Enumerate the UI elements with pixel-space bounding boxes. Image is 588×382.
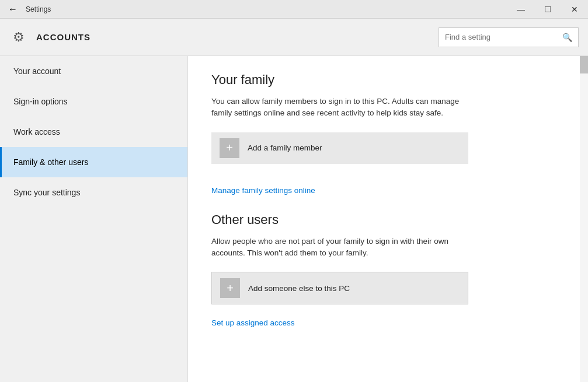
sidebar-item-sync-settings[interactable]: Sync your settings (0, 177, 187, 208)
sidebar: Your account Sign-in options Work access… (0, 56, 188, 382)
setup-access-link-container: Set up assigned access (211, 313, 565, 345)
search-box[interactable]: 🔍 (439, 27, 579, 47)
family-title: Your family (211, 72, 565, 87)
app-title: ACCOUNTS (36, 32, 91, 42)
minimize-button[interactable]: — (507, 0, 534, 19)
sidebar-item-your-account[interactable]: Your account (0, 56, 187, 86)
scrollbar[interactable] (580, 56, 588, 382)
header-left: ⚙ ACCOUNTS (9, 28, 91, 47)
sidebar-item-family-other-users[interactable]: Family & other users (0, 147, 187, 177)
content-area: Your family You can allow family members… (188, 56, 588, 382)
maximize-button[interactable]: ☐ (534, 0, 561, 19)
plus-icon-other: + (220, 278, 240, 298)
other-users-description: Allow people who are not part of your fa… (211, 236, 462, 260)
back-icon: ← (8, 4, 18, 15)
title-bar-left: ← Settings (5, 1, 51, 17)
family-description: You can allow family members to sign in … (211, 96, 462, 120)
back-button[interactable]: ← (5, 1, 21, 17)
add-family-member-label: Add a family member (248, 143, 322, 152)
title-bar: ← Settings — ☐ ✕ (0, 0, 588, 19)
window-title: Settings (26, 5, 51, 13)
window-controls: — ☐ ✕ (507, 0, 588, 19)
manage-family-link-container: Manage family settings online (211, 180, 565, 212)
scrollbar-thumb[interactable] (580, 56, 588, 73)
other-users-title: Other users (211, 212, 565, 227)
search-input[interactable] (445, 33, 562, 41)
family-section: Your family You can allow family members… (211, 72, 565, 212)
add-other-user-label: Add someone else to this PC (248, 284, 350, 293)
add-family-member-button[interactable]: + Add a family member (211, 132, 468, 164)
manage-family-link[interactable]: Manage family settings online (211, 186, 315, 195)
search-icon: 🔍 (562, 33, 572, 42)
sidebar-item-work-access[interactable]: Work access (0, 117, 187, 147)
main-layout: Your account Sign-in options Work access… (0, 56, 588, 382)
app-header: ⚙ ACCOUNTS 🔍 (0, 19, 588, 56)
setup-access-link[interactable]: Set up assigned access (211, 318, 295, 327)
add-other-user-button[interactable]: + Add someone else to this PC (211, 272, 468, 304)
gear-icon: ⚙ (9, 28, 28, 47)
plus-icon: + (220, 138, 239, 158)
sidebar-item-sign-in-options[interactable]: Sign-in options (0, 86, 187, 117)
close-button[interactable]: ✕ (561, 0, 588, 19)
other-users-section: Other users Allow people who are not par… (211, 212, 565, 345)
